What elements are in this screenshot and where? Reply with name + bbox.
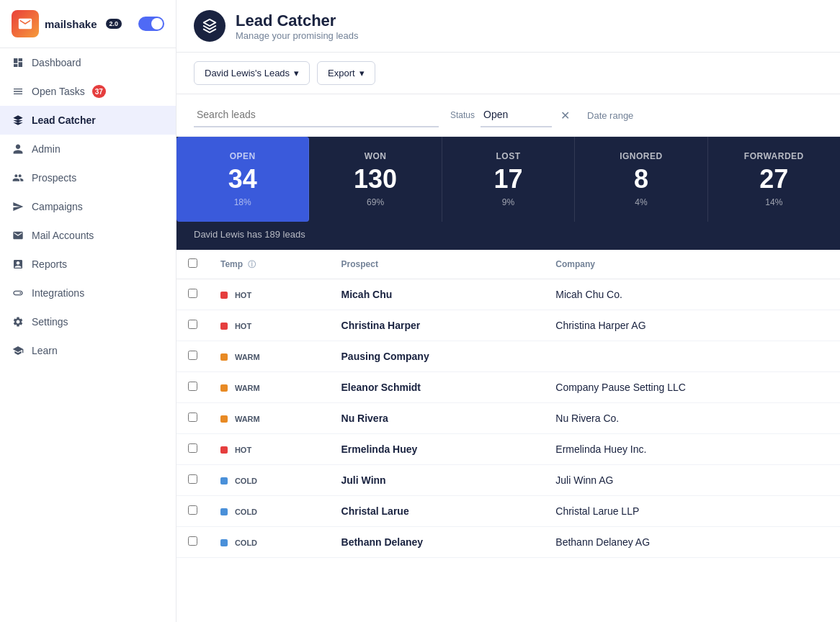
company-cell: Ermelinda Huey Inc. [544, 434, 840, 465]
sidebar-item-label-dashboard: Dashboard [32, 57, 81, 68]
stat-label-forwarded: FORWARDED [720, 151, 828, 161]
select-all-checkbox[interactable] [188, 258, 197, 268]
sidebar-item-mail-accounts[interactable]: Mail Accounts [0, 221, 176, 250]
sidebar-item-label-prospects: Prospects [32, 172, 76, 184]
stat-value-open: 34 [188, 164, 297, 194]
row-checkbox-2[interactable] [188, 320, 197, 329]
temp-cell: HOT [209, 434, 330, 465]
table-row[interactable]: COLD Christal Larue Christal Larue LLP [177, 496, 840, 527]
prospect-name[interactable]: Nu Rivera [341, 413, 388, 424]
stat-label-won: WON [321, 151, 429, 161]
sidebar-nav: DashboardOpen Tasks37Lead CatcherAdminPr… [0, 48, 176, 365]
table-row[interactable]: COLD Juli Winn Juli Winn AG [177, 465, 840, 496]
sidebar-item-admin[interactable]: Admin [0, 135, 176, 163]
row-checkbox-6[interactable] [188, 443, 197, 453]
stat-pct-open: 18% [188, 197, 297, 207]
prospect-name[interactable]: Micah Chu [341, 289, 393, 300]
sidebar-item-reports[interactable]: Reports [0, 250, 176, 279]
company-cell: Christal Larue LLP [544, 496, 840, 527]
prospect-cell: Eleanor Schmidt [330, 372, 545, 403]
row-checkbox-cell [177, 310, 209, 341]
row-checkbox-9[interactable] [188, 536, 197, 546]
open-tasks-icon [12, 85, 24, 98]
prospect-name[interactable]: Christina Harper [341, 320, 421, 331]
prospect-cell: Ermelinda Huey [330, 434, 545, 465]
status-label: Status [450, 110, 475, 120]
temp-dot [220, 292, 228, 299]
table-row[interactable]: WARM Eleanor Schmidt Company Pause Setti… [177, 372, 840, 403]
sidebar-item-learn[interactable]: Learn [0, 336, 176, 365]
mail-accounts-icon [12, 229, 24, 242]
page-title: Lead Catcher [236, 12, 359, 30]
temp-label: WARM [235, 384, 260, 392]
status-select[interactable]: Open Won Lost Ignored Forwarded [481, 103, 552, 127]
prospect-column-header: Prospect [330, 250, 545, 279]
status-filter: Status Open Won Lost Ignored Forwarded ✕ [450, 103, 573, 127]
stat-card-lost[interactable]: LOST 17 9% [442, 137, 575, 222]
sidebar-item-open-tasks[interactable]: Open Tasks37 [0, 77, 176, 106]
prospect-cell: Juli Winn [330, 465, 545, 496]
prospect-name[interactable]: Ermelinda Huey [341, 443, 418, 455]
stat-card-ignored[interactable]: IGNORED 8 4% [575, 137, 707, 222]
temp-cell: WARM [209, 372, 330, 403]
row-checkbox-8[interactable] [188, 505, 197, 515]
temp-cell: WARM [209, 341, 330, 372]
row-checkbox-3[interactable] [188, 351, 197, 360]
sidebar-item-label-admin: Admin [32, 143, 61, 155]
lead-catcher-icon [12, 114, 24, 127]
export-button[interactable]: Export ▾ [317, 61, 375, 85]
row-checkbox-5[interactable] [188, 413, 197, 422]
company-cell: Bethann Delaney AG [544, 527, 840, 558]
search-input[interactable] [194, 103, 439, 127]
temp-label: COLD [235, 477, 257, 485]
sidebar-item-label-open-tasks: Open Tasks [32, 86, 85, 97]
leads-dropdown-button[interactable]: David Lewis's Leads ▾ [194, 61, 310, 85]
row-checkbox-7[interactable] [188, 474, 197, 484]
select-all-header [177, 250, 209, 279]
table-row[interactable]: HOT Ermelinda Huey Ermelinda Huey Inc. [177, 434, 840, 465]
stat-card-forwarded[interactable]: FORWARDED 27 14% [708, 137, 840, 222]
clear-status-button[interactable]: ✕ [558, 109, 573, 122]
company-cell: Christina Harper AG [544, 310, 840, 341]
temp-info-icon[interactable]: ⓘ [248, 260, 256, 269]
temp-label: HOT [235, 322, 251, 330]
row-checkbox-cell [177, 372, 209, 403]
sidebar-item-prospects[interactable]: Prospects [0, 163, 176, 192]
row-checkbox-cell [177, 496, 209, 527]
prospect-name[interactable]: Juli Winn [341, 474, 386, 486]
table-row[interactable]: WARM Nu Rivera Nu Rivera Co. [177, 403, 840, 434]
temp-cell: COLD [209, 496, 330, 527]
stat-card-won[interactable]: WON 130 69% [309, 137, 442, 222]
sidebar-item-settings[interactable]: Settings [0, 307, 176, 336]
row-checkbox-1[interactable] [188, 289, 197, 298]
stat-card-open[interactable]: OPEN 34 18% [177, 137, 309, 222]
sidebar-item-campaigns[interactable]: Campaigns [0, 192, 176, 221]
sidebar-item-lead-catcher[interactable]: Lead Catcher [0, 106, 176, 135]
sidebar-item-dashboard[interactable]: Dashboard [0, 48, 176, 77]
date-range-button[interactable]: Date range [584, 104, 636, 127]
prospect-cell: Pausing Company [330, 341, 545, 372]
sidebar-item-label-settings: Settings [32, 316, 68, 328]
mode-toggle[interactable] [138, 17, 164, 31]
table-row[interactable]: COLD Bethann Delaney Bethann Delaney AG [177, 527, 840, 558]
table-row[interactable]: HOT Micah Chu Micah Chu Co. [177, 279, 840, 310]
prospect-name[interactable]: Christal Larue [341, 505, 409, 517]
sidebar-item-integrations[interactable]: Integrations [0, 279, 176, 307]
table-row[interactable]: HOT Christina Harper Christina Harper AG [177, 310, 840, 341]
prospect-name[interactable]: Bethann Delaney [341, 536, 424, 548]
stats-bar: OPEN 34 18% WON 130 69% LOST 17 9% IGNOR… [177, 137, 840, 222]
row-checkbox-4[interactable] [188, 382, 197, 391]
logo-area: mailshake 2.0 [0, 0, 176, 48]
prospect-name[interactable]: Eleanor Schmidt [341, 382, 421, 393]
temp-cell: HOT [209, 279, 330, 310]
main-content: Lead Catcher Manage your promising leads… [177, 0, 840, 622]
prospect-cell: Micah Chu [330, 279, 545, 310]
temp-dot [220, 508, 228, 515]
prospect-name[interactable]: Pausing Company [341, 351, 429, 362]
prospect-cell: Christal Larue [330, 496, 545, 527]
table-row[interactable]: WARM Pausing Company [177, 341, 840, 372]
learn-icon [12, 344, 24, 357]
row-checkbox-cell [177, 434, 209, 465]
leads-table-wrap: Temp ⓘ Prospect Company HOT Micah Chu Mi… [177, 250, 840, 622]
stat-pct-lost: 9% [454, 197, 563, 207]
